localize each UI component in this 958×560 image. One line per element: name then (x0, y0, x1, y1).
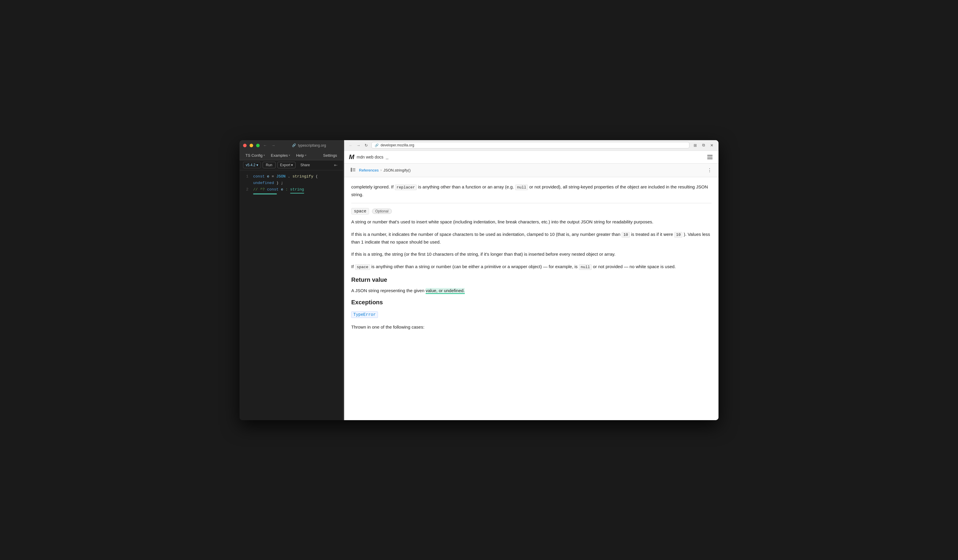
return-value-heading: Return value (351, 277, 711, 283)
ts-config-menu[interactable]: TS Config ▾ (243, 152, 267, 159)
mdn-nav-buttons: ← → ↻ (348, 142, 369, 148)
help-menu[interactable]: Help ▾ (294, 152, 309, 159)
code-10-2: 10 (674, 232, 683, 237)
return-value-highlight: value, or undefined. (426, 288, 465, 294)
mdn-split-view[interactable]: ⧉ (700, 142, 707, 149)
optional-badge: Optional (372, 209, 392, 214)
breadcrumb-separator: › (380, 168, 381, 172)
examples-menu[interactable]: Examples ▾ (268, 152, 293, 159)
mdn-link-icon: 🔗 (375, 143, 379, 147)
space-desc-3: If this is a string, the string (or the … (351, 250, 711, 258)
ts-close-button[interactable] (243, 144, 247, 147)
svg-rect-0 (351, 168, 352, 172)
svg-rect-2 (353, 169, 355, 170)
code-line-2: 2 // ^? const e : string (240, 187, 343, 193)
ts-menubar: TS Config ▾ Examples ▾ Help ▾ Settings (240, 151, 343, 160)
mdn-sidebar-toggle[interactable]: ⊞ (692, 142, 698, 149)
code-line-1-content: const e = JSON . stringify ( undefined )… (253, 173, 338, 187)
mdn-close-button[interactable]: ✕ (708, 142, 715, 149)
close-paren: ) (276, 181, 279, 185)
json-object: JSON (276, 174, 285, 179)
mdn-titlebar: ← → ↻ 🔗 developer.mozilla.org ⊞ ⧉ ✕ (344, 140, 718, 151)
mdn-logo-text: mdn web docs (357, 155, 383, 160)
code-10-1: 10 (622, 232, 630, 237)
svg-rect-1 (353, 168, 355, 169)
breadcrumb-references[interactable]: References (359, 168, 379, 172)
mdn-forward-button[interactable]: → (355, 142, 361, 148)
mdn-titlebar-actions: ⊞ ⧉ ✕ (692, 142, 715, 149)
export-chevron: ▾ (291, 163, 293, 167)
space-inline-code: space (355, 264, 370, 270)
run-button[interactable]: Run (263, 162, 276, 168)
type-underline (253, 193, 343, 195)
examples-chevron: ▾ (289, 154, 290, 157)
mdn-menu-button[interactable] (706, 154, 714, 160)
open-paren: ( (316, 174, 318, 179)
help-chevron: ▾ (305, 154, 306, 157)
ts-minimize-button[interactable] (250, 144, 253, 147)
ts-config-chevron: ▾ (263, 154, 265, 157)
svg-rect-3 (353, 171, 355, 171)
ts-version-selector[interactable]: v5.4.2 ▾ (243, 162, 261, 168)
settings-menu[interactable]: Settings (321, 152, 339, 159)
null-code-2: null (579, 264, 592, 270)
ts-back-button[interactable]: ← (262, 142, 268, 149)
more-options-button[interactable]: ⋮ (706, 167, 714, 174)
type-error-entry: TypeError (351, 310, 711, 318)
mdn-url-bar[interactable]: 🔗 developer.mozilla.org (371, 142, 690, 149)
ts-url-bar[interactable]: 🔗 typescriptlang.org (279, 143, 339, 147)
comment-const: const (267, 187, 281, 192)
space-param-name: space (351, 208, 369, 215)
export-button[interactable]: Export ▾ (278, 162, 296, 168)
mdn-url-text: developer.mozilla.org (381, 143, 414, 147)
share-button[interactable]: Share (297, 162, 313, 168)
space-desc-1: A string or number that's used to insert… (351, 218, 711, 226)
ts-nav-buttons (243, 144, 260, 147)
ts-url-text: typescriptlang.org (298, 143, 326, 147)
hamburger-line-2 (707, 157, 712, 157)
comment-colon: : (285, 187, 290, 192)
thrown-text: Thrown in one of the following cases: (351, 323, 711, 331)
sidebar-icon (351, 168, 355, 172)
code-line-2-content: // ^? const e : string (253, 187, 304, 193)
space-desc-2: If this is a number, it indicates the nu… (351, 231, 711, 246)
ts-toolbar: v5.4.2 ▾ Run Export ▾ Share ⇤ (240, 160, 343, 170)
section-divider-1 (351, 203, 711, 203)
code-equals: = (271, 174, 276, 179)
replacer-code: replacer (395, 185, 417, 190)
mdn-content[interactable]: completely ignored. If replacer is anyth… (344, 177, 718, 420)
ts-titlebar: ← → 🔗 typescriptlang.org (240, 140, 343, 151)
line-number-1: 1 (240, 174, 248, 179)
version-chevron: ▾ (256, 163, 258, 167)
null-code-1: null (515, 185, 528, 190)
mdn-breadcrumb: References › JSON.stringify() ⋮ (344, 164, 718, 177)
semicolon: ; (281, 181, 283, 185)
mdn-refresh-button[interactable]: ↻ (363, 142, 369, 148)
ts-maximize-button[interactable] (256, 144, 260, 147)
collapse-button[interactable]: ⇤ (332, 162, 339, 168)
hamburger-line-1 (707, 155, 712, 155)
comment-type: string (290, 187, 304, 193)
sidebar-toggle-button[interactable] (349, 166, 357, 174)
code-dot: . (288, 174, 290, 179)
ts-editor[interactable]: 1 const e = JSON . stringify ( undefined… (240, 170, 343, 420)
ts-forward-button[interactable]: → (270, 142, 276, 149)
keyword-const: const (253, 174, 265, 179)
underline-bar (253, 193, 277, 195)
caret-hat: ^? (260, 187, 267, 192)
var-e: e (267, 174, 270, 179)
undefined-keyword: undefined (253, 181, 274, 185)
mdn-logo-m: M (349, 153, 354, 161)
code-line-1: 1 const e = JSON . stringify ( undefined… (240, 173, 343, 187)
mdn-back-button[interactable]: ← (348, 142, 354, 148)
stringify-method: stringify (293, 174, 313, 179)
comment-var: e (281, 187, 283, 192)
mdn-logo-cursor: _ (386, 154, 389, 160)
mdn-navbar: M mdn web docs _ (344, 151, 718, 164)
line-number-2: 2 (240, 187, 248, 192)
hamburger-line-3 (707, 158, 712, 159)
typescript-panel: ← → 🔗 typescriptlang.org TS Config ▾ Exa… (240, 140, 343, 420)
mdn-logo: M mdn web docs _ (349, 153, 389, 161)
type-error-link[interactable]: TypeError (351, 312, 378, 318)
space-param-header: space Optional (351, 208, 711, 215)
